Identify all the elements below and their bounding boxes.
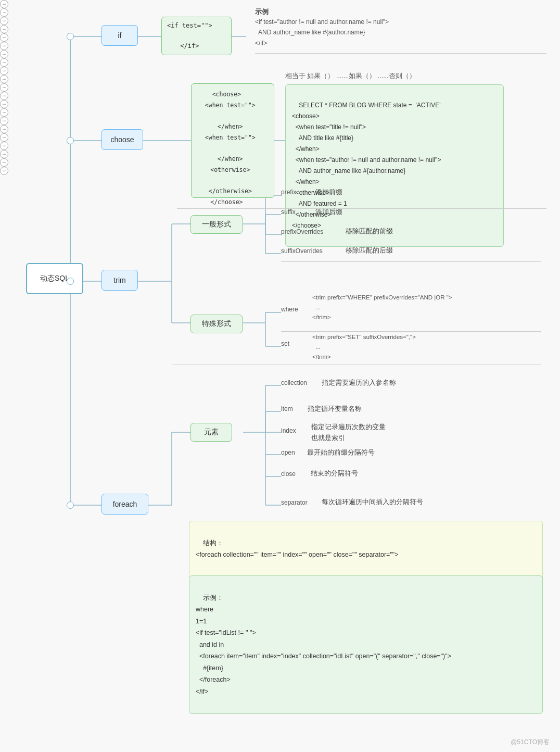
yiban-label: 一般形式: [202, 220, 231, 229]
suffix-conn: −: [0, 58, 8, 67]
index-desc: 指定记录遍历次数的变量 也就是索引: [311, 422, 386, 444]
trim-where-divider: [281, 331, 541, 332]
where-conn: −: [0, 92, 8, 100]
watermark: @51CTO博客: [511, 738, 550, 747]
foreach-node: foreach: [101, 494, 148, 515]
trim-node: trim: [101, 270, 138, 291]
main-conn-choose: [67, 137, 74, 144]
item-conn: −: [0, 133, 8, 142]
foreach-conn-minus: −: [0, 108, 8, 117]
main-conn-trim: [67, 278, 74, 285]
prefixOverrides-desc: 移除匹配的前缀: [346, 227, 393, 236]
choose-code-text: <choose> <when test=""> </when> <when te…: [198, 89, 256, 208]
choose-node-label: choose: [110, 135, 134, 144]
choose-example-box: SELECT * FROM BLOG WHERE state = 'ACTIVE…: [285, 84, 504, 247]
suffix-desc: 添加后缀: [315, 207, 342, 217]
if-code-conn: −: [0, 8, 8, 17]
suffixOverrides-desc: 移除匹配的后缀: [346, 246, 393, 255]
main-node-label: 动态SQL: [40, 274, 69, 283]
prefix-conn: −: [0, 50, 8, 58]
choose-example-text: SELECT * FROM BLOG WHERE state = 'ACTIVE…: [292, 102, 441, 229]
yiban-conn-minus: −: [0, 42, 8, 50]
item-label-text: item: [281, 405, 293, 412]
suffixOverrides-label-text: suffixOverrides: [281, 247, 323, 255]
collection-conn: −: [0, 125, 8, 133]
trim-node-label: trim: [113, 276, 125, 284]
foreach-example-text: 示例： where 1=1 <if test="idList != '' "> …: [196, 594, 451, 695]
separator-label-text: separator: [281, 499, 308, 506]
collection-label-text: collection: [281, 379, 307, 386]
open-label-text: open: [281, 449, 295, 456]
separator-desc: 每次循环遍历中间插入的分隔符号: [322, 497, 423, 507]
prefix-desc: 添加前缀: [315, 187, 342, 197]
main-conn-foreach: [67, 502, 74, 509]
set-example-text: <trim prefix="SET" suffixOverrides=","> …: [312, 332, 416, 362]
diagram-container: 动态SQL if − <if test=""> </if> − 示例 <if t…: [0, 0, 560, 752]
prefixOverrides-conn: −: [0, 67, 8, 75]
if-conn-minus: −: [0, 0, 8, 8]
choose-code-box: <choose> <when test=""> </when> <when te…: [191, 83, 274, 198]
if-example-title: 示例: [255, 7, 269, 17]
yiban-node: 一般形式: [190, 215, 243, 234]
if-divider: [255, 53, 546, 54]
suffix-label-text: suffix: [281, 208, 296, 216]
if-node-label: if: [118, 31, 122, 40]
trim-conn-minus: −: [0, 33, 8, 42]
choose-conn-minus: −: [0, 17, 8, 25]
suffixOverrides-conn: −: [0, 75, 8, 83]
choose-code-conn: −: [0, 25, 8, 33]
trim-set-divider: [172, 365, 541, 365]
if-code-box: <if test=""> </if>: [161, 17, 232, 55]
prefixOverrides-label-text: prefixOverrides: [281, 228, 323, 235]
if-code-text: <if test=""> </if>: [167, 21, 212, 51]
if-node: if: [101, 25, 138, 46]
item-desc: 指定循环变量名称: [308, 404, 362, 413]
where-example-text: <trim prefix="WHERE" prefixOverrides="AN…: [312, 293, 452, 322]
main-conn-top: [67, 33, 74, 40]
yuansu-node: 元素: [190, 423, 232, 442]
index-label-text: index: [281, 427, 296, 434]
open-desc: 最开始的前缀分隔符号: [307, 448, 375, 457]
foreach-example-box: 示例： where 1=1 <if test="idList != '' "> …: [189, 575, 543, 714]
teshu-conn-minus: −: [0, 83, 8, 92]
separator-conn: −: [0, 167, 8, 175]
foreach-node-label: foreach: [113, 500, 137, 508]
teshu-node: 特殊形式: [190, 315, 243, 333]
set-conn: −: [0, 100, 8, 108]
trim-yiban-divider: [281, 261, 541, 262]
prefix-label-text: prefix: [281, 189, 296, 196]
close-desc: 结束的分隔符号: [311, 469, 358, 478]
open-conn: −: [0, 150, 8, 158]
collection-desc: 指定需要遍历的入参名称: [322, 378, 396, 387]
choose-equiv-text: 相当于 如果（） .......如果（） ......否则（）: [285, 72, 416, 81]
yuansu-label: 元素: [204, 428, 219, 437]
where-label-text: where: [281, 306, 298, 313]
choose-node: choose: [101, 129, 143, 150]
if-example-text: <if test="author != null and author.name…: [255, 17, 389, 48]
teshu-label: 特殊形式: [202, 319, 231, 329]
close-label-text: close: [281, 470, 296, 478]
choose-divider: [177, 208, 546, 209]
index-conn: −: [0, 142, 8, 150]
set-label-text: set: [281, 340, 289, 347]
main-node: 动态SQL: [26, 263, 83, 294]
yuansu-conn-minus: −: [0, 117, 8, 125]
close-conn: −: [0, 158, 8, 167]
